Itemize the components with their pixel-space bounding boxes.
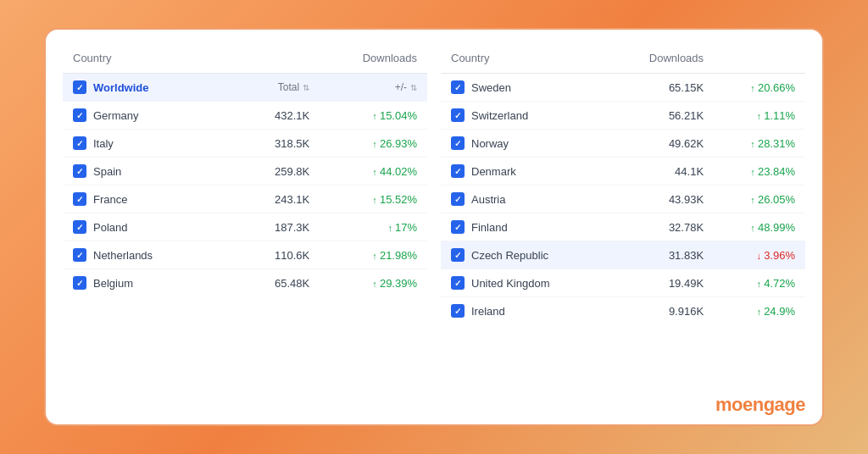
country-cell: Belgium <box>63 269 228 296</box>
worldwide-checkbox[interactable] <box>73 80 86 94</box>
right-col-downloads: Downloads <box>609 43 714 74</box>
country-name: Ireland <box>471 305 505 318</box>
worldwide-cell: Worldwide <box>63 74 228 101</box>
country-cell: Poland <box>63 213 228 241</box>
table-row: France 243.1K 15.52% <box>63 185 427 213</box>
change-sort[interactable]: +/- ⇅ <box>395 81 417 93</box>
row-checkbox[interactable] <box>451 108 465 122</box>
country-cell: Sweden <box>441 74 609 101</box>
change-cell: 23.84% <box>714 158 805 185</box>
downloads-cell: 187.3K <box>228 213 320 241</box>
row-checkbox[interactable] <box>451 192 465 206</box>
downloads-cell: 65.15K <box>609 74 714 102</box>
row-checkbox[interactable] <box>451 80 465 94</box>
change-cell: 48.99% <box>714 213 805 241</box>
right-col-change <box>714 43 805 74</box>
left-table-panel: Country Downloads Worldwide <box>63 43 427 390</box>
row-checkbox[interactable] <box>451 136 465 150</box>
change-cell: 1.11% <box>714 102 805 130</box>
row-checkbox[interactable] <box>73 164 86 178</box>
table-row: Sweden 65.15K 20.66% <box>441 74 805 102</box>
table-row: Switzerland 56.21K 1.11% <box>441 102 805 130</box>
table-row: Poland 187.3K 17% <box>63 213 427 241</box>
brand-logo: moengage <box>715 394 805 416</box>
downloads-cell: 318.5K <box>228 130 320 158</box>
country-name: Denmark <box>471 165 516 178</box>
change-cell: 24.9% <box>714 297 805 325</box>
change-cell: 21.98% <box>320 241 427 269</box>
downloads-cell: 31.83K <box>609 241 714 269</box>
downloads-cell: 9.916K <box>609 297 714 325</box>
downloads-cell: 56.21K <box>609 102 714 130</box>
brand-main: moen <box>715 394 764 415</box>
table-row: Czech Republic 31.83K 3.96% <box>441 241 805 269</box>
right-col-country: Country <box>441 43 609 74</box>
country-name: Czech Republic <box>471 249 548 262</box>
worldwide-row: Worldwide Total ⇅ +/- ⇅ <box>63 74 427 102</box>
row-checkbox[interactable] <box>73 276 86 290</box>
country-cell: Ireland <box>441 297 609 324</box>
table-row: Denmark 44.1K 23.84% <box>441 158 805 185</box>
country-name: United Kingdom <box>471 277 550 290</box>
country-cell: France <box>63 185 228 213</box>
country-name: Austria <box>471 193 505 206</box>
downloads-cell: 432.1K <box>228 102 320 130</box>
table-row: Austria 43.93K 26.05% <box>441 185 805 213</box>
downloads-cell: 32.78K <box>609 213 714 241</box>
country-name: Italy <box>93 137 114 150</box>
table-row: Germany 432.1K 15.04% <box>63 102 427 130</box>
country-name: Finland <box>471 221 508 234</box>
change-cell: 15.52% <box>320 185 427 213</box>
change-cell: 28.31% <box>714 130 805 158</box>
change-cell: 26.93% <box>320 130 427 158</box>
brand-accent: gage <box>764 394 805 415</box>
left-col-downloads: Downloads <box>228 43 427 74</box>
country-cell: United Kingdom <box>441 269 609 296</box>
worldwide-label: Worldwide <box>93 81 148 94</box>
country-name: Norway <box>471 137 509 150</box>
downloads-cell: 110.6K <box>228 241 320 269</box>
row-checkbox[interactable] <box>73 136 86 150</box>
row-checkbox[interactable] <box>73 192 86 206</box>
downloads-cell: 49.62K <box>609 130 714 158</box>
country-cell: Italy <box>63 130 228 157</box>
row-checkbox[interactable] <box>73 108 86 122</box>
country-name: France <box>93 193 127 206</box>
row-checkbox[interactable] <box>451 164 465 178</box>
country-cell: Finland <box>441 213 609 241</box>
downloads-cell: 65.48K <box>228 269 320 297</box>
change-cell: 3.96% <box>714 241 805 269</box>
country-cell: Czech Republic <box>441 241 609 269</box>
table-row: Italy 318.5K 26.93% <box>63 130 427 158</box>
downloads-cell: 259.8K <box>228 158 320 185</box>
row-checkbox[interactable] <box>451 276 465 290</box>
country-name: Spain <box>93 165 121 178</box>
row-checkbox[interactable] <box>73 220 86 234</box>
country-cell: Netherlands <box>63 241 228 269</box>
country-cell: Norway <box>441 130 609 157</box>
total-sort[interactable]: Total ⇅ <box>278 81 309 93</box>
table-row: Finland 32.78K 48.99% <box>441 213 805 241</box>
change-cell: 26.05% <box>714 185 805 213</box>
worldwide-total-col: Total ⇅ <box>228 74 320 102</box>
table-row: Spain 259.8K 44.02% <box>63 158 427 185</box>
country-name: Sweden <box>471 81 511 94</box>
right-table: Country Downloads Sweden <box>441 43 805 324</box>
row-checkbox[interactable] <box>451 220 465 234</box>
country-cell: Austria <box>441 185 609 213</box>
country-name: Poland <box>93 221 127 234</box>
table-row: Norway 49.62K 28.31% <box>441 130 805 158</box>
left-table: Country Downloads Worldwide <box>63 43 427 296</box>
tables-container: Country Downloads Worldwide <box>63 43 805 390</box>
row-checkbox[interactable] <box>73 248 86 262</box>
row-checkbox[interactable] <box>451 248 465 262</box>
row-checkbox[interactable] <box>451 304 465 318</box>
table-row: Netherlands 110.6K 21.98% <box>63 241 427 269</box>
country-name: Netherlands <box>93 249 153 262</box>
country-name: Germany <box>93 109 138 122</box>
right-table-panel: Country Downloads Sweden <box>441 43 805 390</box>
change-cell: 4.72% <box>714 269 805 297</box>
country-cell: Spain <box>63 158 228 185</box>
change-cell: 15.04% <box>320 102 427 130</box>
change-cell: 44.02% <box>320 158 427 185</box>
